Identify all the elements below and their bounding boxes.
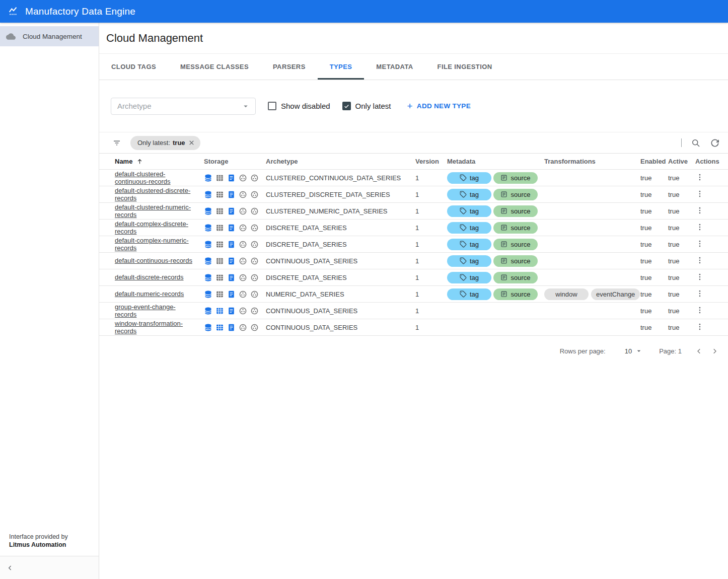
previous-page-button[interactable] <box>695 347 703 355</box>
chevron-down-icon <box>241 102 250 111</box>
article-icon <box>500 191 507 198</box>
table-icon <box>215 323 224 332</box>
column-header-active: Active <box>668 158 692 165</box>
tag-chip: tag <box>447 239 491 250</box>
row-actions-button[interactable] <box>695 189 704 198</box>
row-actions-button[interactable] <box>695 272 704 281</box>
sidebar-item-label: Cloud Management <box>23 33 82 40</box>
sidebar-collapse-button[interactable] <box>0 556 99 579</box>
remove-filter-icon[interactable] <box>188 139 195 147</box>
row-actions-button[interactable] <box>695 256 704 265</box>
column-header-transformations: Transformations <box>544 158 640 165</box>
type-name-link[interactable]: window-transformation-records <box>115 320 197 335</box>
column-header-actions: Actions <box>692 158 728 165</box>
database-icon <box>204 257 212 265</box>
active-cell: true <box>668 257 692 265</box>
column-header-name[interactable]: Name <box>99 158 204 165</box>
archetype-select[interactable]: Archetype <box>111 98 256 115</box>
table-row: default-complex-discrete-records DISCRET… <box>99 220 728 236</box>
article-icon <box>500 241 507 248</box>
source-chip: source <box>493 288 538 300</box>
only-latest-checkbox[interactable]: Only latest <box>342 102 391 110</box>
archetype-cell: CONTINUOUS_DATA_SERIES <box>266 257 415 265</box>
tab-types[interactable]: TYPES <box>318 54 365 80</box>
row-actions-button[interactable] <box>695 173 704 182</box>
source-chip: source <box>493 239 538 250</box>
sidebar-item-cloud-management[interactable]: Cloud Management <box>0 26 99 46</box>
database-icon <box>204 323 212 332</box>
table-row: default-clustered-discrete-records CLUST… <box>99 186 728 203</box>
tab-parsers[interactable]: PARSERS <box>261 54 318 80</box>
document-icon <box>227 240 236 249</box>
type-name-link[interactable]: default-clustered-numeric-records <box>115 203 197 219</box>
processor-icon <box>250 257 259 265</box>
type-name-link[interactable]: default-numeric-records <box>115 290 184 298</box>
enabled-cell: true <box>640 324 668 331</box>
tab-cloud-tags[interactable]: CLOUD TAGS <box>99 54 168 80</box>
document-icon <box>227 207 236 215</box>
table-row: default-clustered-continuous-records CLU… <box>99 170 728 186</box>
active-cell: true <box>668 291 692 298</box>
type-name-link[interactable]: default-discrete-records <box>115 273 184 281</box>
active-cell: true <box>668 241 692 248</box>
processor-icon <box>239 257 247 265</box>
source-chip: source <box>493 172 538 184</box>
source-chip: source <box>493 189 538 200</box>
app-title: Manufactory Data Engine <box>25 6 135 17</box>
database-icon <box>204 224 212 232</box>
row-actions-button[interactable] <box>695 289 704 298</box>
row-actions-button[interactable] <box>695 223 704 232</box>
page-indicator: Page: 1 <box>659 347 682 355</box>
enabled-cell: true <box>640 241 668 248</box>
tab-message-classes[interactable]: MESSAGE CLASSES <box>168 54 261 80</box>
processor-icon <box>239 307 247 315</box>
enabled-cell: true <box>640 257 668 265</box>
footer-provided-by: Interface provided by <box>9 533 90 541</box>
version-cell: 1 <box>415 257 447 265</box>
archetype-cell: CONTINUOUS_DATA_SERIES <box>266 324 415 331</box>
tab-metadata[interactable]: METADATA <box>364 54 425 80</box>
type-name-link[interactable]: default-clustered-continuous-records <box>115 170 197 186</box>
plus-icon: + <box>407 101 412 111</box>
filter-controls: Archetype Show disabled Only latest + AD… <box>99 80 728 132</box>
article-icon <box>500 291 507 298</box>
column-header-enabled: Enabled <box>640 158 668 165</box>
row-actions-button[interactable] <box>695 306 704 315</box>
type-name-link[interactable]: group-event-change-records <box>115 303 197 319</box>
column-header-version: Version <box>415 158 447 165</box>
only-latest-label: Only latest <box>355 102 391 110</box>
filter-list-icon[interactable] <box>112 138 121 148</box>
tab-file-ingestion[interactable]: FILE INGESTION <box>425 54 504 80</box>
active-filters-bar: Only latest: true <box>99 132 728 154</box>
transformation-chip: window <box>544 288 589 300</box>
database-icon <box>204 240 212 249</box>
search-icon[interactable] <box>691 138 701 148</box>
add-new-type-button[interactable]: + ADD NEW TYPE <box>407 101 471 111</box>
row-actions-button[interactable] <box>695 206 704 215</box>
document-icon <box>227 224 236 232</box>
tag-icon <box>460 241 467 248</box>
processor-icon <box>239 207 247 215</box>
refresh-icon[interactable] <box>710 138 720 148</box>
rows-per-page-select[interactable]: 10 <box>625 347 643 355</box>
show-disabled-checkbox[interactable]: Show disabled <box>268 102 330 110</box>
row-actions-button[interactable] <box>695 322 704 331</box>
tag-icon <box>460 207 467 214</box>
row-actions-button[interactable] <box>695 239 704 248</box>
processor-icon <box>250 207 259 215</box>
archetype-cell: NUMERIC_DATA_SERIES <box>266 291 415 298</box>
type-name-link[interactable]: default-complex-numeric-records <box>115 237 197 252</box>
source-chip: source <box>493 255 538 267</box>
active-cell: true <box>668 274 692 281</box>
checkbox-unchecked <box>268 102 276 110</box>
version-cell: 1 <box>415 191 447 198</box>
type-name-link[interactable]: default-clustered-discrete-records <box>115 187 197 202</box>
processor-icon <box>239 273 247 282</box>
types-table: Name Storage Archetype Version Metadata … <box>99 154 728 336</box>
tag-chip: tag <box>447 255 491 267</box>
type-name-link[interactable]: default-continuous-records <box>115 257 192 265</box>
next-page-button[interactable] <box>710 347 719 355</box>
type-name-link[interactable]: default-complex-discrete-records <box>115 220 197 236</box>
archetype-select-placeholder: Archetype <box>117 102 152 110</box>
processor-icon <box>239 174 247 182</box>
